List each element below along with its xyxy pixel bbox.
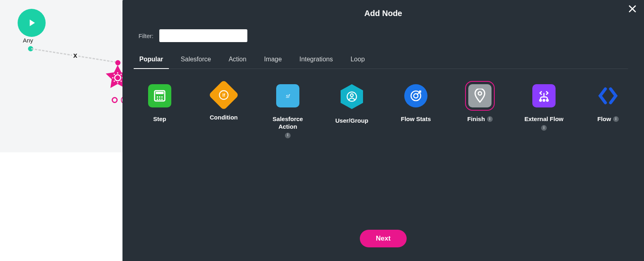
tab-loop[interactable]: Loop bbox=[350, 56, 366, 69]
start-node-label: Any bbox=[23, 37, 33, 44]
info-icon[interactable]: i bbox=[541, 125, 547, 131]
tile-label: Step bbox=[153, 115, 167, 123]
add-node-panel: Add Node Filter: PopularSalesforceAction… bbox=[122, 0, 644, 261]
svg-point-6 bbox=[159, 99, 160, 100]
tile-label: Finishi bbox=[467, 115, 492, 123]
tile-finish[interactable]: Finishi bbox=[460, 84, 500, 138]
tile-condition[interactable]: IfCondition bbox=[204, 84, 244, 138]
start-node[interactable] bbox=[18, 9, 46, 37]
play-icon bbox=[26, 17, 37, 28]
splitout-icon bbox=[532, 84, 556, 107]
info-icon[interactable]: i bbox=[613, 116, 619, 122]
tile-label: Flow Stats bbox=[401, 115, 431, 123]
tile-flow[interactable]: Flowi bbox=[588, 84, 628, 138]
tab-popular[interactable]: Popular bbox=[138, 56, 164, 69]
tab-salesforce[interactable]: Salesforce bbox=[180, 56, 212, 69]
info-icon[interactable]: i bbox=[487, 116, 493, 122]
if-icon: If bbox=[209, 80, 239, 110]
brackets-icon bbox=[596, 84, 620, 107]
tab-action[interactable]: Action bbox=[228, 56, 247, 69]
svg-point-5 bbox=[156, 99, 158, 100]
delete-connection-button[interactable]: x bbox=[72, 51, 78, 60]
svg-point-16 bbox=[478, 92, 481, 95]
tile-salesforce-action[interactable]: sfSalesforce Actioni bbox=[268, 84, 308, 138]
svg-point-3 bbox=[159, 96, 160, 98]
user-icon bbox=[341, 84, 363, 109]
tile-flow-stats[interactable]: Flow Stats bbox=[396, 84, 436, 138]
flow-canvas[interactable]: Any x bbox=[0, 0, 122, 152]
tile-label: External Flowi bbox=[524, 115, 564, 131]
info-icon[interactable]: i bbox=[285, 133, 291, 138]
svg-point-18 bbox=[543, 99, 545, 101]
target-icon bbox=[404, 84, 427, 107]
next-button[interactable]: Next bbox=[360, 230, 407, 247]
tile-external-flow[interactable]: External Flowi bbox=[524, 84, 564, 138]
tab-image[interactable]: Image bbox=[263, 56, 283, 69]
tiles: StepIfConditionsfSalesforce ActioniUser/… bbox=[138, 69, 628, 138]
tile-label: User/Group bbox=[335, 117, 369, 125]
svg-point-13 bbox=[351, 94, 353, 97]
cloud-icon: sf bbox=[276, 84, 299, 107]
svg-text:If: If bbox=[223, 93, 225, 97]
pin-icon bbox=[468, 84, 492, 107]
tabs: PopularSalesforceActionImageIntegrations… bbox=[138, 56, 628, 69]
svg-point-4 bbox=[161, 96, 163, 98]
tile-user-group[interactable]: User/Group bbox=[332, 84, 372, 138]
filter-label: Filter: bbox=[138, 32, 154, 39]
svg-point-2 bbox=[156, 96, 158, 98]
tile-step[interactable]: Step bbox=[140, 84, 180, 138]
panel-title: Add Node bbox=[138, 9, 628, 18]
node-output-port[interactable] bbox=[112, 97, 118, 103]
svg-point-7 bbox=[161, 99, 163, 100]
close-icon bbox=[628, 4, 637, 13]
tile-label: Condition bbox=[210, 114, 238, 121]
svg-point-17 bbox=[540, 99, 541, 101]
tile-label: Flowi bbox=[597, 115, 618, 123]
grid-icon bbox=[148, 84, 171, 107]
tab-integrations[interactable]: Integrations bbox=[299, 56, 334, 69]
svg-rect-8 bbox=[156, 92, 164, 94]
svg-point-19 bbox=[546, 99, 548, 101]
tile-label: Salesforce Actioni bbox=[268, 115, 308, 138]
filter-row: Filter: bbox=[138, 29, 628, 42]
filter-input[interactable] bbox=[159, 29, 247, 42]
close-button[interactable] bbox=[628, 4, 637, 15]
